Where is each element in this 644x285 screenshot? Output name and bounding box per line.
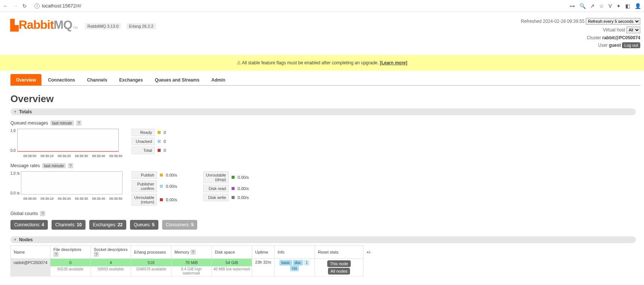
tab-admin[interactable]: Admin bbox=[206, 74, 231, 86]
reload-icon[interactable]: ↻ bbox=[22, 3, 27, 9]
puzzle-icon[interactable]: ✦ bbox=[616, 3, 621, 9]
info-rss[interactable]: rss bbox=[290, 266, 299, 271]
help-icon[interactable]: ? bbox=[40, 211, 45, 216]
legend-unroutable-return: Unroutable (return) 0.00/s bbox=[131, 194, 181, 206]
chevron-down-icon: ▼ bbox=[13, 238, 17, 242]
v-icon[interactable]: V bbox=[609, 3, 612, 9]
info-icon[interactable]: i bbox=[34, 3, 40, 9]
legend-disk-read: Disk read 0.00/s bbox=[203, 185, 253, 192]
url-text: localhost:15672/#/ bbox=[42, 3, 81, 9]
info-basic[interactable]: basic bbox=[279, 260, 292, 266]
logout-button[interactable]: Log out bbox=[622, 42, 640, 48]
legend-publish: Publish 0.00/s bbox=[131, 171, 181, 179]
disk-cell: 54 GiB48 MiB low watermark bbox=[212, 259, 252, 276]
help-icon[interactable]: ? bbox=[53, 252, 59, 257]
reset-all-button[interactable]: All nodes bbox=[328, 268, 350, 275]
tab-overview[interactable]: Overview bbox=[10, 74, 41, 86]
vhost-select[interactable]: All bbox=[626, 27, 640, 33]
url-bar[interactable]: i localhost:15672/#/ bbox=[31, 3, 566, 9]
help-icon[interactable]: ? bbox=[191, 249, 196, 255]
uptime-cell: 23h 32m bbox=[252, 259, 275, 276]
key-icon[interactable]: ⊶ bbox=[570, 3, 575, 9]
rates-period[interactable]: last minute bbox=[42, 163, 66, 168]
share-icon[interactable]: ↗ bbox=[590, 3, 595, 9]
x-tick: 09:39:30 bbox=[73, 197, 90, 200]
chevron-down-icon: ▼ bbox=[13, 110, 17, 114]
th-mem[interactable]: Memory ? bbox=[171, 246, 212, 259]
info-cell: basicdisc1rss bbox=[275, 259, 315, 276]
back-icon[interactable]: ← bbox=[3, 3, 8, 9]
legend-unacked: Unacked 0 bbox=[131, 138, 179, 145]
x-tick: 09:39:10 bbox=[39, 154, 55, 158]
x-tick: 09:39:20 bbox=[56, 197, 72, 200]
refresh-interval-select[interactable]: Refresh every 5 seconds bbox=[586, 18, 640, 25]
tab-connections[interactable]: Connections bbox=[42, 74, 81, 86]
th-disk[interactable]: Disk space bbox=[212, 246, 252, 259]
table-row: rabbit@PC050074 065536 available 458893 … bbox=[11, 259, 375, 276]
help-icon[interactable]: ? bbox=[68, 163, 73, 168]
y-top: 1.0 bbox=[10, 129, 16, 133]
rates-xaxis: 09:39:00 09:39:10 09:39:20 09:39:30 09:3… bbox=[10, 197, 124, 200]
nodes-header[interactable]: ▼ Nodes bbox=[10, 236, 636, 243]
global-counts-row: Connections: 4 Channels: 10 Exchanges: 2… bbox=[10, 220, 640, 230]
th-plusminus[interactable]: +/- bbox=[363, 246, 375, 259]
user-label: User bbox=[598, 43, 607, 48]
info-disc[interactable]: disc bbox=[293, 260, 303, 266]
x-tick: 09:39:50 bbox=[108, 197, 124, 200]
info-one[interactable]: 1 bbox=[304, 260, 310, 266]
help-icon[interactable]: ? bbox=[76, 120, 81, 126]
ep-val: 518 bbox=[131, 259, 171, 266]
star-icon[interactable]: ☆ bbox=[599, 3, 604, 9]
ep-sub: 1048576 available bbox=[131, 266, 171, 272]
node-name-cell[interactable]: rabbit@PC050074 bbox=[11, 259, 50, 276]
legend-value: 0.00/s bbox=[238, 175, 253, 180]
th-reset[interactable]: Reset stats bbox=[315, 246, 363, 259]
th-sd[interactable]: Socket descriptors ? bbox=[91, 246, 131, 259]
th-fd[interactable]: File descriptors ? bbox=[50, 246, 91, 259]
logo[interactable]: ▙ RabbitMQ TM bbox=[10, 18, 78, 32]
disk-sub: 48 MiB low watermark bbox=[212, 266, 252, 272]
mem-sub: 6.4 GiB high watermark bbox=[171, 266, 211, 276]
queued-yaxis: 1.0 0.0 bbox=[10, 129, 17, 153]
forward-icon[interactable]: → bbox=[13, 3, 18, 9]
tab-channels[interactable]: Channels bbox=[81, 74, 113, 86]
legend-value: 0.00/s bbox=[166, 173, 181, 177]
totals-label: Totals bbox=[19, 109, 32, 114]
help-icon[interactable]: ? bbox=[94, 252, 99, 257]
legend-disk-write: Disk write 0.00/s bbox=[203, 194, 253, 201]
th-uptime[interactable]: Uptime bbox=[252, 246, 275, 259]
reset-this-button[interactable]: This node bbox=[327, 260, 350, 267]
queued-period[interactable]: last minute bbox=[50, 120, 74, 126]
gc-connections[interactable]: Connections: 4 bbox=[10, 220, 48, 230]
nodes-table: Name File descriptors ? Socket descripto… bbox=[10, 245, 375, 276]
queued-chart-row: 1.0 0.0 09:39:00 09:39:10 09:39:20 09:39… bbox=[10, 129, 640, 158]
cluster-name: rabbit@PC050074 bbox=[602, 35, 640, 40]
gc-channels[interactable]: Channels: 10 bbox=[52, 220, 86, 230]
legend-value: 0 bbox=[164, 139, 179, 144]
gc-consumers[interactable]: Consumers: 5 bbox=[162, 220, 198, 230]
x-tick: 09:39:40 bbox=[90, 197, 107, 200]
zoom-icon[interactable]: 🔍 bbox=[579, 3, 586, 9]
tab-exchanges[interactable]: Exchanges bbox=[114, 74, 148, 86]
swatch-icon bbox=[232, 187, 235, 190]
th-info[interactable]: Info bbox=[275, 246, 315, 259]
totals-header[interactable]: ▼ Totals bbox=[10, 108, 636, 115]
legend-label: Disk write bbox=[203, 194, 229, 201]
gc-exchanges[interactable]: Exchanges: 22 bbox=[89, 220, 126, 230]
profile-icon[interactable]: 👤 bbox=[635, 3, 641, 9]
legend-value: 0.00/s bbox=[166, 184, 181, 189]
warning-icon: ⚠ bbox=[237, 60, 241, 65]
y-top: 1.0 /s bbox=[10, 171, 19, 175]
learn-more-link[interactable]: [Learn more] bbox=[380, 60, 407, 65]
gc-queues[interactable]: Queues: 5 bbox=[130, 220, 158, 230]
erlang-version: Erlang 26.2.2 bbox=[127, 23, 155, 29]
queued-legend: Ready 0 Unacked 0 Total 0 bbox=[131, 129, 179, 154]
panel-icon[interactable]: ◧ bbox=[625, 3, 630, 9]
th-name[interactable]: Name bbox=[11, 246, 50, 259]
refreshed-label: Refreshed 2024-02-28 09:39:55 bbox=[521, 19, 585, 24]
tab-queues[interactable]: Queues and Streams bbox=[149, 74, 205, 86]
th-ep[interactable]: Erlang processes bbox=[131, 246, 171, 259]
y-bot: 0.0 /s bbox=[10, 191, 19, 195]
mem-val: 78 MiB bbox=[171, 259, 211, 266]
browser-right-icons: ⊶ 🔍 ↗ ☆ V ✦ ◧ 👤 bbox=[570, 3, 641, 9]
